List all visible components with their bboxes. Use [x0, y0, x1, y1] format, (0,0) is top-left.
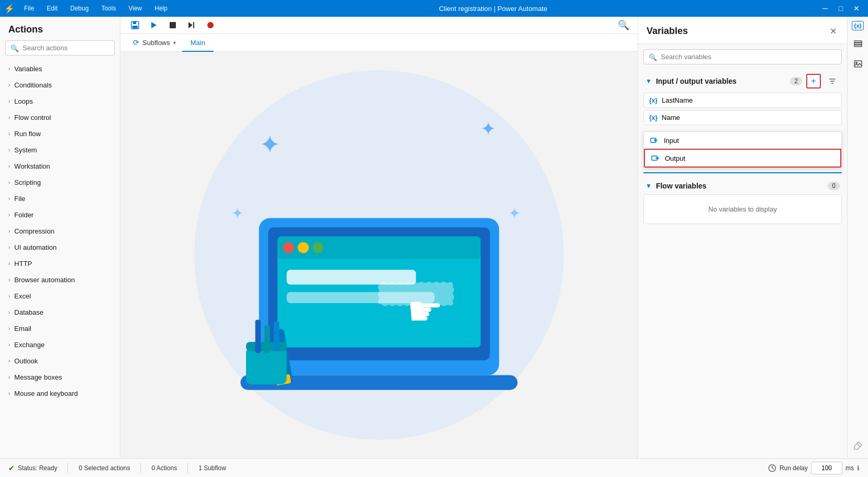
action-item-scripting[interactable]: › Scripting [0, 174, 120, 191]
menu-help[interactable]: Help [149, 3, 173, 14]
svg-rect-4 [170, 22, 176, 28]
layers-button[interactable] [850, 35, 866, 51]
svg-marker-5 [188, 22, 193, 28]
svg-line-46 [857, 443, 860, 447]
action-item-mouse-keyboard[interactable]: › Mouse and keyboard [0, 385, 120, 402]
action-item-variables[interactable]: › Variables [0, 61, 120, 77]
variable-item-name[interactable]: {x} Name [643, 110, 842, 125]
dropdown-input-option[interactable]: Input [644, 132, 841, 149]
svg-rect-31 [264, 325, 270, 353]
action-label: Outlook [14, 357, 38, 365]
collapse-icon: ▼ [646, 77, 652, 85]
input-option-label: Input [664, 137, 679, 145]
action-label: Conditionals [14, 81, 52, 89]
dropdown-output-option[interactable]: Output [644, 149, 841, 168]
menu-edit[interactable]: Edit [41, 3, 63, 14]
filter-button[interactable] [825, 74, 840, 88]
menu-file[interactable]: File [19, 3, 39, 14]
chevron-icon: › [8, 374, 10, 380]
action-item-http[interactable]: › HTTP [0, 256, 120, 272]
chevron-icon: › [8, 342, 10, 348]
run-delay-info-button[interactable]: ℹ [857, 464, 860, 472]
action-label: Message boxes [14, 373, 62, 381]
run-button[interactable] [146, 17, 162, 34]
collapse-icon: ▼ [646, 182, 652, 190]
action-item-conditionals[interactable]: › Conditionals [0, 77, 120, 93]
variable-icon: {x} [649, 97, 658, 104]
chevron-icon: › [8, 196, 10, 202]
search-variables-input[interactable] [643, 49, 842, 64]
tab-subflows[interactable]: ⟳ Subflows ▾ [127, 34, 182, 52]
action-label: System [14, 146, 37, 154]
pencil-eraser-button[interactable] [850, 437, 866, 454]
chevron-icon: › [8, 309, 10, 315]
tab-main[interactable]: Main [182, 35, 214, 52]
actions-list: › Variables › Conditionals › Loops › Flo… [0, 61, 120, 458]
action-label: Compression [14, 227, 54, 235]
input-output-count-badge: 2 [790, 77, 802, 85]
save-button[interactable] [127, 17, 143, 34]
image-button[interactable] [850, 56, 866, 72]
flow-variables-section-header[interactable]: ▼ Flow variables 0 [643, 178, 842, 194]
action-item-email[interactable]: › Email [0, 320, 120, 337]
action-item-flow-control[interactable]: › Flow control [0, 109, 120, 126]
minimize-button[interactable]: ─ [818, 1, 832, 16]
chevron-icon: › [8, 163, 10, 169]
action-item-loops[interactable]: › Loops [0, 93, 120, 109]
record-button[interactable] [202, 17, 219, 34]
input-output-section-header[interactable]: ▼ Input / output variables 2 + [643, 70, 842, 93]
menu-view[interactable]: View [123, 3, 147, 14]
subflow-count-label: 1 Subflow [198, 464, 226, 472]
icon-panel: {x} [847, 17, 868, 458]
variable-item-lastname[interactable]: {x} LastName [643, 93, 842, 108]
actions-panel: Actions 🔍 › Variables › Conditionals › L… [0, 17, 120, 458]
add-variable-dropdown: Input Output [643, 131, 842, 168]
action-item-database[interactable]: › Database [0, 304, 120, 320]
svg-point-19 [298, 242, 309, 253]
menu-bar: File Edit Debug Tools View Help [19, 3, 173, 14]
maximize-button[interactable]: □ [833, 1, 848, 16]
action-item-ui-automation[interactable]: › UI automation [0, 239, 120, 256]
action-item-compression[interactable]: › Compression [0, 223, 120, 239]
canvas-illustration: ✦ ✦ ✦ ✦ ✦ ☛ [120, 52, 638, 458]
chevron-icon: › [8, 261, 10, 267]
action-item-workstation[interactable]: › Workstation [0, 158, 120, 174]
action-label: Excel [14, 292, 31, 300]
close-button[interactable]: ✕ [849, 1, 864, 16]
title-bar: ⚡ File Edit Debug Tools View Help Client… [0, 0, 868, 17]
svg-point-18 [283, 242, 294, 253]
svg-rect-6 [193, 22, 194, 28]
section-divider [643, 172, 842, 173]
action-item-excel[interactable]: › Excel [0, 288, 120, 304]
add-variable-button[interactable]: + [806, 74, 821, 88]
action-item-exchange[interactable]: › Exchange [0, 337, 120, 353]
action-item-outlook[interactable]: › Outlook [0, 353, 120, 369]
svg-rect-1 [133, 21, 136, 24]
next-button[interactable] [183, 17, 200, 34]
input-output-items: {x} LastName {x} Name [643, 93, 842, 127]
xvar-button[interactable]: {x} [852, 21, 864, 30]
action-item-folder[interactable]: › Folder [0, 207, 120, 223]
svg-text:☛: ☛ [407, 289, 443, 334]
stop-button[interactable] [164, 17, 181, 34]
action-label: File [14, 195, 25, 203]
action-item-run-flow[interactable]: › Run flow [0, 126, 120, 142]
svg-marker-3 [151, 22, 157, 28]
action-item-message-boxes[interactable]: › Message boxes [0, 369, 120, 385]
run-delay-input[interactable] [811, 462, 842, 474]
action-item-system[interactable]: › System [0, 142, 120, 158]
search-actions-input[interactable] [5, 40, 115, 56]
menu-debug[interactable]: Debug [65, 3, 94, 14]
variables-search-box: 🔍 [643, 49, 842, 64]
canvas-search-icon[interactable]: 🔍 [616, 17, 631, 33]
menu-tools[interactable]: Tools [96, 3, 121, 14]
toolbar: 🔍 [120, 17, 638, 34]
actions-header: Actions [0, 17, 120, 40]
run-delay-unit: ms [845, 464, 854, 472]
input-icon [650, 136, 659, 145]
action-item-browser-automation[interactable]: › Browser automation [0, 272, 120, 288]
svg-text:✦: ✦ [259, 130, 281, 159]
chevron-icon: › [8, 293, 10, 299]
action-item-file[interactable]: › File [0, 191, 120, 207]
variables-close-button[interactable]: ✕ [828, 24, 839, 38]
